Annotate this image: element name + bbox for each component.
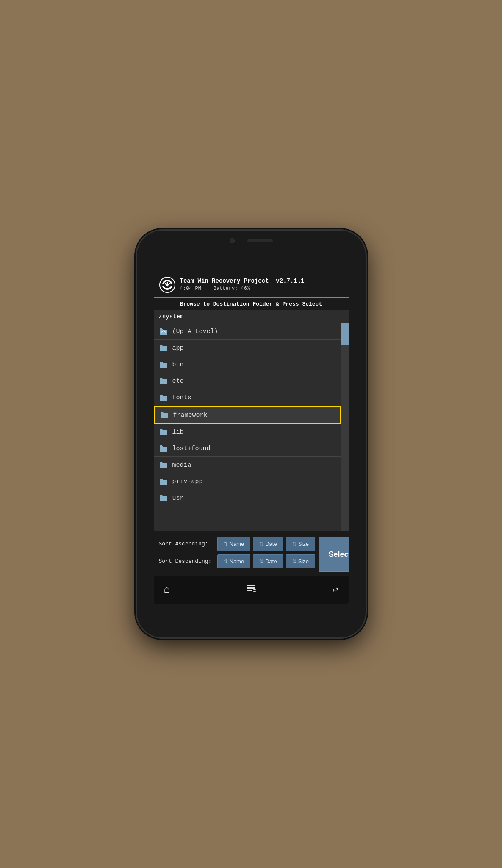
menu-icon[interactable] (244, 581, 258, 598)
status-info-line: 4:04 PM Battery: 46% (180, 285, 305, 292)
svg-rect-1 (247, 585, 255, 586)
sort-ascending-date-label: Date (265, 541, 277, 547)
speaker (247, 239, 273, 242)
select-button[interactable]: Select (319, 537, 349, 572)
svg-rect-3 (247, 590, 252, 591)
bottom-controls: Sort Ascending: ⇅ Name ⇅ Date ⇅ (154, 531, 349, 576)
file-name-label: framework (173, 412, 208, 419)
list-item[interactable]: priv-app (154, 473, 341, 490)
front-camera (230, 238, 235, 243)
list-item[interactable]: framework (154, 406, 341, 424)
sort-descending-size-label: Size (298, 558, 309, 565)
list-item[interactable]: (Up A Level) (154, 323, 341, 340)
up-level-icon (159, 328, 168, 335)
sort-descending-buttons: ⇅ Name ⇅ Date ⇅ Size (217, 554, 315, 568)
file-name-label: app (172, 345, 184, 352)
file-name-label: priv-app (172, 478, 203, 485)
list-item[interactable]: media (154, 457, 341, 473)
sort-ascending-size-label: Size (298, 541, 309, 547)
list-item[interactable]: fonts (154, 389, 341, 406)
app-title: Team Win Recovery Project v2.7.1.1 (180, 277, 305, 286)
sort-ascending-name-label: Name (230, 541, 244, 547)
status-text-block: Team Win Recovery Project v2.7.1.1 4:04 … (180, 277, 305, 292)
sort-descending-date-button[interactable]: ⇅ Date (253, 554, 283, 568)
list-item[interactable]: usr (154, 490, 341, 506)
sort-descending-label: Sort Descending: (159, 558, 214, 565)
phone-top-bar (230, 238, 273, 243)
twrp-logo-icon (159, 276, 176, 293)
sort-ascending-row: Sort Ascending: ⇅ Name ⇅ Date ⇅ (159, 537, 315, 551)
sort-arrows-icon: ⇅ (224, 541, 228, 547)
sort-ascending-date-button[interactable]: ⇅ Date (253, 537, 283, 551)
folder-icon (159, 445, 168, 452)
sort-arrows-icon: ⇅ (292, 541, 297, 547)
sort-rows-wrapper: Sort Ascending: ⇅ Name ⇅ Date ⇅ (159, 537, 315, 572)
list-item[interactable]: lib (154, 424, 341, 440)
folder-icon (159, 377, 168, 385)
sort-arrows-icon: ⇅ (224, 559, 228, 565)
folder-icon (160, 411, 169, 419)
folder-icon (159, 494, 168, 502)
sort-descending-row: Sort Descending: ⇅ Name ⇅ Date ⇅ (159, 554, 315, 568)
folder-icon (159, 344, 168, 352)
file-name-label: lost+found (172, 445, 211, 452)
nav-bar: ⌂ ↩ (154, 576, 349, 604)
folder-icon (159, 428, 168, 436)
status-bar: Team Win Recovery Project v2.7.1.1 4:04 … (154, 273, 349, 297)
list-item[interactable]: app (154, 340, 341, 356)
instruction-bar: Browse to Destination Folder & Press Sel… (154, 297, 349, 310)
sort-descending-name-button[interactable]: ⇅ Name (217, 554, 251, 568)
sort-ascending-size-button[interactable]: ⇅ Size (286, 537, 315, 551)
file-name-label: lib (172, 428, 184, 436)
file-name-label: (Up A Level) (172, 328, 218, 335)
file-name-label: fonts (172, 394, 191, 401)
sort-arrows-icon: ⇅ (259, 559, 263, 565)
scrollbar-track[interactable] (341, 323, 349, 531)
list-item[interactable]: lost+found (154, 440, 341, 457)
phone-device: Team Win Recovery Project v2.7.1.1 4:04 … (137, 231, 366, 637)
sort-descending-name-label: Name (230, 558, 244, 565)
sort-ascending-label: Sort Ascending: (159, 541, 214, 547)
file-name-label: usr (172, 495, 184, 502)
file-name-label: bin (172, 361, 184, 368)
current-path: /system (159, 313, 184, 320)
path-bar: /system (154, 310, 349, 323)
sort-ascending-buttons: ⇅ Name ⇅ Date ⇅ Size (217, 537, 315, 551)
folder-icon (159, 361, 168, 368)
file-name-label: etc (172, 378, 184, 385)
sort-ascending-name-button[interactable]: ⇅ Name (217, 537, 251, 551)
sort-arrows-icon: ⇅ (259, 541, 263, 547)
folder-icon (159, 394, 168, 401)
file-name-label: media (172, 462, 191, 469)
phone-screen: Team Win Recovery Project v2.7.1.1 4:04 … (154, 273, 349, 604)
folder-icon (159, 461, 168, 469)
svg-rect-5 (253, 591, 256, 592)
svg-rect-4 (253, 589, 256, 590)
folder-icon (159, 478, 168, 485)
home-icon[interactable]: ⌂ (162, 582, 172, 597)
list-item[interactable]: etc (154, 373, 341, 389)
instruction-text: Browse to Destination Folder & Press Sel… (180, 301, 322, 307)
back-icon[interactable]: ↩ (330, 582, 340, 598)
scrollbar-thumb[interactable] (341, 323, 349, 345)
sort-arrows-icon: ⇅ (292, 559, 297, 565)
sort-descending-date-label: Date (265, 558, 277, 565)
file-list-container: (Up A Level) app bin etc fonts framework… (154, 323, 349, 531)
file-list-inner[interactable]: (Up A Level) app bin etc fonts framework… (154, 323, 341, 531)
svg-rect-2 (247, 587, 255, 589)
sort-descending-size-button[interactable]: ⇅ Size (286, 554, 315, 568)
list-item[interactable]: bin (154, 356, 341, 373)
sort-select-row: Sort Ascending: ⇅ Name ⇅ Date ⇅ (159, 537, 344, 572)
